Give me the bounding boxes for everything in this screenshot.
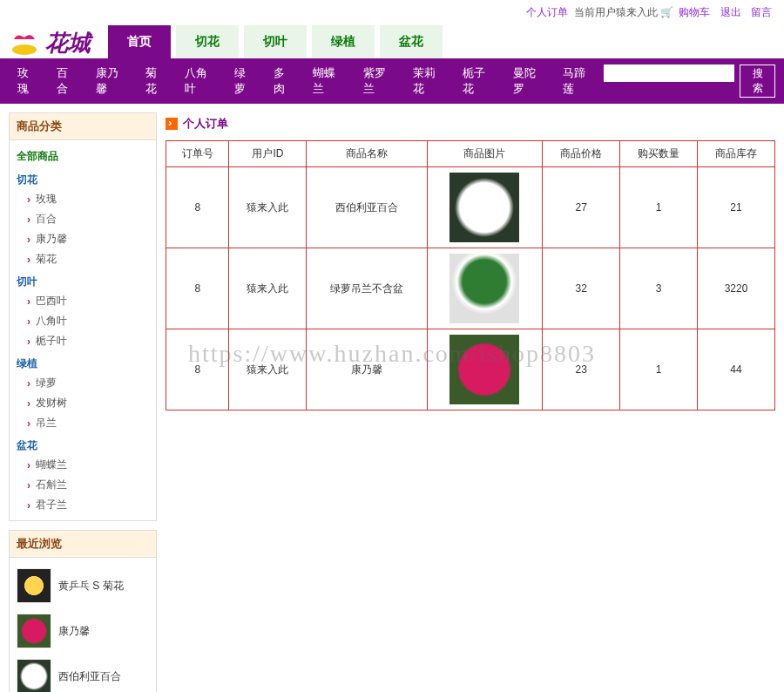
th-3: 商品图片 xyxy=(427,141,543,167)
cat-all[interactable]: 全部商品 xyxy=(15,146,151,167)
catnav-5[interactable]: 绿萝 xyxy=(226,64,265,98)
cat-group-2[interactable]: 绿植 xyxy=(15,351,151,373)
catnav-10[interactable]: 栀子花 xyxy=(454,64,504,98)
link-message[interactable]: 留言 xyxy=(751,6,772,18)
th-0: 订单号 xyxy=(166,141,229,167)
product-image xyxy=(449,173,519,242)
nav-tab-4[interactable]: 盆花 xyxy=(380,25,443,58)
cat-item-3-1[interactable]: 石斛兰 xyxy=(15,475,151,495)
cat-group-3[interactable]: 盆花 xyxy=(15,433,151,455)
table-row: 8猿来入此绿萝吊兰不含盆3233220 xyxy=(166,248,775,329)
catnav-9[interactable]: 茉莉花 xyxy=(404,64,454,98)
cell-image xyxy=(427,248,543,329)
recent-thumb xyxy=(17,568,51,603)
header: 花城 首页切花切叶绿植盆花 xyxy=(0,25,784,58)
nav-tab-1[interactable]: 切花 xyxy=(176,25,239,58)
product-image xyxy=(449,335,519,404)
cell-price: 23 xyxy=(543,329,620,410)
recent-box: 最近浏览 黄乒乓 S 菊花康乃馨西伯利亚百合绿萝吊兰不含盆 xyxy=(9,530,157,692)
cell-price: 32 xyxy=(543,248,620,329)
product-image xyxy=(449,254,519,323)
search-box: 搜索 xyxy=(604,64,775,98)
top-bar: 个人订单 当前用户猿来入此 🛒购物车 退出 留言 xyxy=(0,0,784,25)
catnav-2[interactable]: 康乃馨 xyxy=(87,64,137,98)
current-user-label: 当前用户猿来入此 xyxy=(574,6,658,18)
search-input[interactable] xyxy=(604,64,734,82)
recent-thumb xyxy=(17,659,51,692)
logo[interactable]: 花城 xyxy=(9,28,91,58)
catnav-1[interactable]: 百合 xyxy=(48,64,87,98)
link-logout[interactable]: 退出 xyxy=(720,6,741,18)
category-box: 商品分类 全部商品切花玫瑰百合康乃馨菊花切叶巴西叶八角叶栀子叶绿植绿萝发财树吊兰… xyxy=(9,112,157,521)
cell-price: 27 xyxy=(543,167,620,248)
cell-name: 西伯利亚百合 xyxy=(307,167,427,248)
catnav-3[interactable]: 菊花 xyxy=(137,64,176,98)
cell-order_no: 8 xyxy=(166,248,229,329)
page-title: 个人订单 xyxy=(166,112,775,140)
th-4: 商品价格 xyxy=(543,141,620,167)
th-2: 商品名称 xyxy=(307,141,427,167)
cell-order_no: 8 xyxy=(166,329,229,410)
recent-name: 黄乒乓 S 菊花 xyxy=(58,579,124,594)
cat-item-0-3[interactable]: 菊花 xyxy=(15,249,151,269)
cell-qty: 1 xyxy=(620,329,698,410)
cell-stock: 3220 xyxy=(698,248,775,329)
cat-group-1[interactable]: 切叶 xyxy=(15,269,151,291)
cell-stock: 44 xyxy=(698,329,775,410)
cat-item-0-2[interactable]: 康乃馨 xyxy=(15,229,151,249)
cell-name: 康乃馨 xyxy=(307,329,427,410)
cat-item-0-0[interactable]: 玫瑰 xyxy=(15,189,151,209)
sidebar: 商品分类 全部商品切花玫瑰百合康乃馨菊花切叶巴西叶八角叶栀子叶绿植绿萝发财树吊兰… xyxy=(9,112,157,692)
link-cart[interactable]: 购物车 xyxy=(679,6,710,18)
recent-box-title: 最近浏览 xyxy=(10,531,156,558)
catnav-11[interactable]: 曼陀罗 xyxy=(504,64,554,98)
cat-item-1-0[interactable]: 巴西叶 xyxy=(15,291,151,311)
cat-item-3-2[interactable]: 君子兰 xyxy=(15,495,151,515)
cat-item-2-0[interactable]: 绿萝 xyxy=(15,373,151,393)
cart-icon: 🛒 xyxy=(660,6,673,18)
cell-image xyxy=(427,167,543,248)
catnav-8[interactable]: 紫罗兰 xyxy=(355,64,404,98)
table-row: 8猿来入此西伯利亚百合27121 xyxy=(166,167,775,248)
orders-table: 订单号用户ID商品名称商品图片商品价格购买数量商品库存 8猿来入此西伯利亚百合2… xyxy=(166,140,775,410)
recent-name: 康乃馨 xyxy=(58,624,90,639)
cat-item-1-1[interactable]: 八角叶 xyxy=(15,311,151,331)
cat-item-0-1[interactable]: 百合 xyxy=(15,209,151,229)
recent-item-0[interactable]: 黄乒乓 S 菊花 xyxy=(15,563,151,608)
nav-tab-0[interactable]: 首页 xyxy=(108,25,171,58)
catnav-6[interactable]: 多肉 xyxy=(265,64,304,98)
search-button[interactable]: 搜索 xyxy=(740,64,775,98)
cat-group-0[interactable]: 切花 xyxy=(15,167,151,189)
cat-item-3-0[interactable]: 蝴蝶兰 xyxy=(15,455,151,475)
cell-user: 猿来入此 xyxy=(229,167,307,248)
category-nav: 玫瑰百合康乃馨菊花八角叶绿萝多肉蝴蝶兰紫罗兰茉莉花栀子花曼陀罗马蹄莲 搜索 xyxy=(0,58,784,104)
arrow-icon xyxy=(166,118,178,130)
recent-item-2[interactable]: 西伯利亚百合 xyxy=(15,654,151,692)
cell-name: 绿萝吊兰不含盆 xyxy=(307,248,427,329)
cell-stock: 21 xyxy=(698,167,775,248)
catnav-4[interactable]: 八角叶 xyxy=(176,64,226,98)
logo-icon xyxy=(9,31,40,57)
link-personal-order[interactable]: 个人订单 xyxy=(526,6,568,18)
svg-point-0 xyxy=(12,44,37,55)
cell-order_no: 8 xyxy=(166,167,229,248)
catnav-7[interactable]: 蝴蝶兰 xyxy=(304,64,354,98)
catnav-12[interactable]: 马蹄莲 xyxy=(554,64,604,98)
cat-item-2-1[interactable]: 发财树 xyxy=(15,393,151,413)
logo-text: 花城 xyxy=(45,28,91,58)
recent-item-1[interactable]: 康乃馨 xyxy=(15,608,151,654)
catnav-0[interactable]: 玫瑰 xyxy=(9,64,48,98)
nav-tabs: 首页切花切叶绿植盆花 xyxy=(108,25,443,58)
cell-qty: 3 xyxy=(620,248,698,329)
cell-qty: 1 xyxy=(620,167,698,248)
cat-item-2-2[interactable]: 吊兰 xyxy=(15,413,151,433)
nav-tab-3[interactable]: 绿植 xyxy=(312,25,375,58)
recent-thumb xyxy=(17,614,51,648)
recent-name: 西伯利亚百合 xyxy=(58,669,121,684)
nav-tab-2[interactable]: 切叶 xyxy=(244,25,307,58)
cat-item-1-2[interactable]: 栀子叶 xyxy=(15,331,151,351)
th-1: 用户ID xyxy=(229,141,307,167)
table-row: 8猿来入此康乃馨23144 xyxy=(166,329,775,410)
cell-user: 猿来入此 xyxy=(229,329,307,410)
content: 个人订单 订单号用户ID商品名称商品图片商品价格购买数量商品库存 8猿来入此西伯… xyxy=(166,112,775,692)
